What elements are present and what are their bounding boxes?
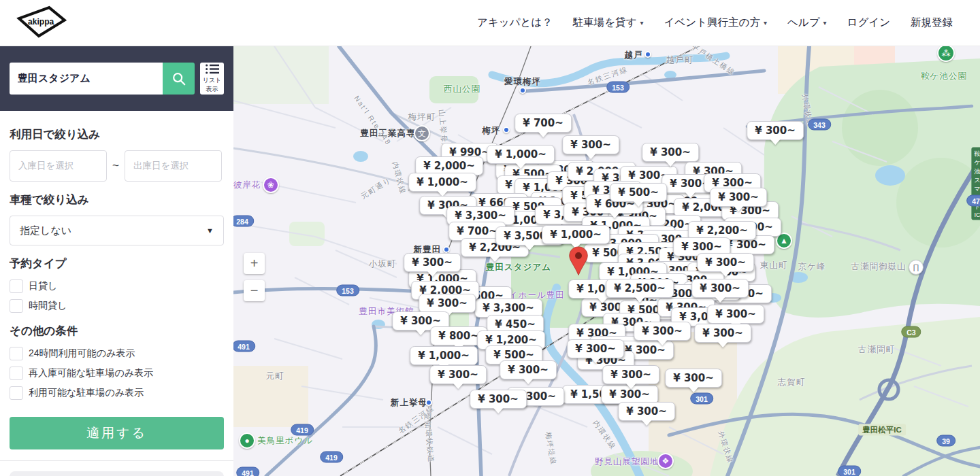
other-condition-label-1: 再入庫可能な駐車場のみ表示 — [29, 367, 153, 379]
car-type-value: 指定しない — [20, 224, 71, 237]
price-marker[interactable]: ¥ 300~ — [562, 135, 619, 154]
logo-text: akippa — [28, 17, 54, 27]
chevron-down-icon: ▼ — [206, 226, 214, 235]
zoom-out-button[interactable]: − — [244, 280, 265, 301]
price-marker[interactable]: ¥ 1,000~ — [410, 346, 478, 365]
search-button[interactable] — [163, 63, 195, 95]
price-marker[interactable]: ¥ 1,000~ — [487, 145, 555, 164]
price-marker[interactable]: ¥ 300~ — [697, 253, 754, 272]
nav-item-1[interactable]: 駐車場を貸す▾ — [573, 16, 644, 30]
car-section-title: 車種で絞り込み — [10, 192, 224, 207]
other-condition-options: 24時間利用可能のみ表示再入庫可能な駐車場のみ表示利用可能な駐車場のみ表示 — [10, 347, 224, 400]
main-nav: アキッパとは？駐車場を貸す▾イベント興行主の方▾ヘルプ▾ログイン新規登録 — [477, 16, 980, 30]
sidebar-divider — [0, 460, 233, 461]
other-condition-row-1[interactable]: 再入庫可能な駐車場のみ表示 — [10, 367, 224, 380]
no-parking-notice-box: 希望の駐車場がない場合 — [10, 471, 224, 476]
other-condition-label-2: 利用可能な駐車場のみ表示 — [29, 387, 144, 399]
chevron-down-icon: ▾ — [823, 19, 827, 27]
reservation-type-row-1[interactable]: 時間貸し — [10, 299, 224, 313]
apply-button[interactable]: 適用する — [10, 417, 224, 449]
reservation-type-checkbox-0[interactable] — [10, 279, 23, 293]
price-marker[interactable]: ¥ 2,500~ — [606, 279, 674, 298]
zoom-in-button[interactable]: + — [244, 253, 265, 274]
price-marker[interactable]: ¥ 300~ — [429, 365, 487, 384]
reservation-type-label-0: 日貸し — [29, 280, 57, 292]
list-icon — [206, 64, 219, 74]
price-marker[interactable]: ¥ 300~ — [500, 360, 557, 379]
chevron-down-icon: ▾ — [640, 19, 644, 27]
price-marker[interactable]: ¥ 700~ — [514, 114, 572, 133]
other-conditions-title: その他の条件 — [10, 324, 224, 339]
reservation-type-label-1: 時間貸し — [29, 300, 67, 312]
price-marker[interactable]: ¥ 300~ — [691, 279, 749, 298]
reservation-type-options: 日貸し時間貸し — [10, 279, 224, 313]
price-marker[interactable]: ¥ 300~ — [710, 188, 767, 207]
reservation-type-row-0[interactable]: 日貸し — [10, 279, 224, 293]
date-section-title: 利用日で絞り込み — [10, 127, 224, 142]
price-markers-layer: ¥ 500~¥ 300~¥ 500~¥ 300~¥ 1,000~¥ 300~¥ … — [233, 46, 980, 476]
price-marker[interactable]: ¥ 300~ — [419, 294, 476, 313]
search-panel: リスト表示 — [0, 46, 233, 111]
price-marker[interactable]: ¥ 1,000~ — [408, 173, 476, 192]
akippa-logo[interactable]: akippa — [16, 4, 67, 42]
price-marker[interactable]: ¥ 1,000~ — [542, 225, 610, 244]
date-from-input[interactable]: 入庫日を選択 — [10, 150, 107, 182]
search-input[interactable] — [10, 63, 163, 95]
price-marker[interactable]: ¥ 500~ — [610, 183, 667, 202]
price-marker[interactable]: ¥ 300~ — [470, 390, 527, 409]
car-type-select[interactable]: 指定しない ▼ — [10, 216, 224, 245]
nav-item-5[interactable]: 新規登録 — [911, 16, 953, 30]
chevron-down-icon: ▾ — [764, 19, 767, 27]
price-marker[interactable]: ¥ 300~ — [747, 121, 804, 140]
date-separator: ~ — [111, 159, 120, 173]
nav-item-2[interactable]: イベント興行主の方▾ — [664, 16, 767, 30]
price-marker[interactable]: ¥ 300~ — [694, 324, 751, 343]
other-condition-checkbox-1[interactable] — [10, 367, 23, 380]
list-view-button[interactable]: リスト表示 — [200, 63, 224, 95]
nav-item-0[interactable]: アキッパとは？ — [477, 16, 553, 30]
other-condition-row-0[interactable]: 24時間利用可能のみ表示 — [10, 347, 224, 360]
nav-item-3[interactable]: ヘルプ▾ — [787, 16, 827, 30]
reservation-type-checkbox-1[interactable] — [10, 299, 23, 313]
price-marker[interactable]: ¥ 300~ — [602, 365, 659, 384]
price-marker[interactable]: ¥ 300~ — [618, 402, 675, 421]
price-marker[interactable]: ¥ 300~ — [707, 305, 764, 324]
other-condition-checkbox-0[interactable] — [10, 347, 23, 360]
map-canvas[interactable]: 豊田工業高専西山公園梅坪町梅坪愛環梅坪越戸越戸町市木町鞍ケ池公園東山町京ケ峰古瀬… — [233, 46, 980, 476]
list-view-label: リスト表示 — [200, 76, 224, 94]
price-marker[interactable]: ¥ 300~ — [404, 253, 461, 272]
sidebar: リスト表示 利用日で絞り込み 入庫日を選択 ~ 出庫日を選択 車種で絞り込み 指… — [0, 46, 233, 476]
search-icon — [172, 71, 186, 86]
reservation-type-title: 予約タイプ — [10, 256, 224, 271]
date-to-input[interactable]: 出庫日を選択 — [125, 150, 222, 182]
price-marker[interactable]: ¥ 300~ — [665, 369, 722, 388]
price-marker[interactable]: ¥ 300~ — [634, 322, 691, 341]
other-condition-checkbox-2[interactable] — [10, 386, 23, 400]
nav-item-4[interactable]: ログイン — [847, 16, 890, 30]
top-navbar: akippa アキッパとは？駐車場を貸す▾イベント興行主の方▾ヘルプ▾ログイン新… — [0, 0, 980, 46]
price-marker[interactable]: ¥ 300~ — [567, 339, 624, 358]
other-condition-label-0: 24時間利用可能のみ表示 — [29, 347, 135, 360]
filter-panel: 利用日で絞り込み 入庫日を選択 ~ 出庫日を選択 車種で絞り込み 指定しない ▼… — [0, 111, 233, 449]
other-condition-row-2[interactable]: 利用可能な駐車場のみ表示 — [10, 386, 224, 400]
price-marker[interactable]: ¥ 300~ — [642, 143, 699, 162]
